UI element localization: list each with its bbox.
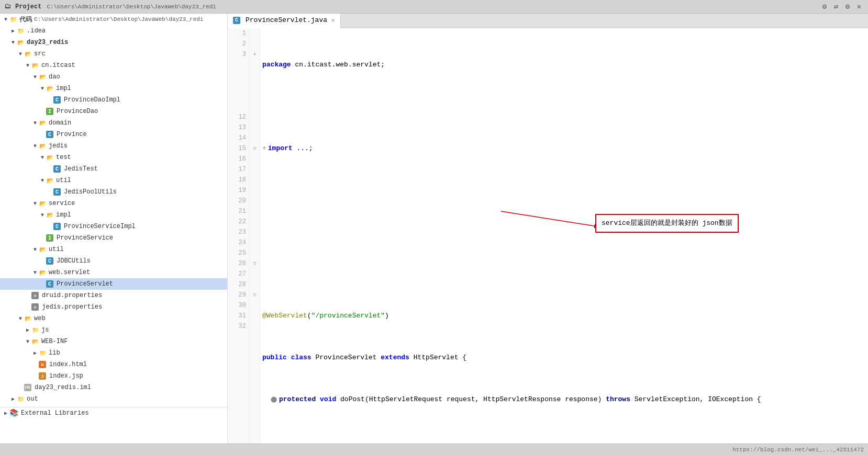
- tree-label: lib: [49, 349, 60, 357]
- tree-item-jdbcUtils[interactable]: ▶ C JDBCUtils: [0, 255, 227, 267]
- main-layout: ▼ 📁 代码 C:\Users\Administrator\Desktop\Ja…: [0, 14, 868, 443]
- top-bar: 🗂 Project C:\Users\Administrator\Desktop…: [0, 0, 868, 14]
- tree-label: domain: [49, 119, 71, 127]
- tree-item-util[interactable]: ▼ 📂 util: [0, 175, 227, 186]
- folder-icon: 📂: [39, 73, 47, 81]
- close-icon[interactable]: ✕: [854, 2, 864, 12]
- tab-label: ProvinceServlet.java: [246, 16, 327, 24]
- tree-item-provinceDaoImpl[interactable]: ▶ C ProvinceDaoImpl: [0, 94, 227, 106]
- tree-item-web[interactable]: ▼ 📂 web: [0, 313, 227, 324]
- project-icon: 🗂: [4, 3, 11, 10]
- toolbar-icons: ⚙ ⇄ ⚙ ✕: [820, 2, 864, 12]
- folder-icon: 📂: [39, 268, 47, 277]
- java-class-icon: C: [46, 257, 53, 265]
- tree-label: ProvinceServlet: [57, 280, 113, 288]
- tree-item-root[interactable]: ▼ 📁 代码 C:\Users\Administrator\Desktop\Ja…: [0, 14, 227, 25]
- tree-item-webServlet[interactable]: ▼ 📂 web.servlet: [0, 267, 227, 278]
- code-line-15: ⬤ protected void doPost(HttpServletReque…: [262, 394, 868, 405]
- code-editor[interactable]: 1 2 3 12 13 14 15 16 17 18 19 20 21 22 2…: [228, 28, 868, 443]
- tree-label: JedisPoolUtils: [64, 188, 117, 196]
- tree-label: External Libraries: [21, 410, 89, 417]
- tree-label: ProvinceServiceImpl: [64, 223, 136, 230]
- folder-icon: 📁: [31, 326, 40, 334]
- tree-item-druid[interactable]: ▶ ⚙ druid.properties: [0, 290, 227, 301]
- tree-item-jedis[interactable]: ▼ 📂 jedis: [0, 140, 227, 152]
- tree-label: service: [49, 200, 75, 207]
- java-class-icon: C: [233, 17, 240, 24]
- tree-label: WEB-INF: [41, 338, 68, 345]
- tree-item-index-jsp[interactable]: ▶ J index.jsp: [0, 370, 227, 382]
- tree-item-dao[interactable]: ▼ 📂 dao: [0, 71, 227, 83]
- tree-item-iml[interactable]: ▶ IML day23_redis.iml: [0, 382, 227, 393]
- code-gutter: + ▽ ▽ ▽: [250, 28, 260, 443]
- code-line-14: public class ProvinceServlet extends Htt…: [262, 352, 868, 363]
- tree-item-dao-impl[interactable]: ▼ 📂 impl: [0, 83, 227, 94]
- tree-item-service-impl[interactable]: ▼ 📂 impl: [0, 209, 227, 221]
- tree-label: druid.properties: [42, 292, 102, 299]
- tree-item-day23[interactable]: ▼ 📂 day23_redis: [0, 37, 227, 48]
- tree-item-out[interactable]: ▶ 📁 out: [0, 393, 227, 405]
- java-interface-icon: I: [46, 108, 53, 115]
- settings-icon[interactable]: ⚙: [820, 2, 829, 12]
- folder-icon: 📂: [46, 153, 54, 162]
- tree-item-test[interactable]: ▼ 📂 test: [0, 152, 227, 163]
- tree-item-util2[interactable]: ▼ 📂 util: [0, 244, 227, 255]
- properties-icon: ⚙: [31, 303, 39, 311]
- annotation-box: service层返回的就是封装好的 json数据: [595, 214, 739, 233]
- tree-item-lib[interactable]: ▶ 📁 lib: [0, 347, 227, 359]
- tree-item-domain[interactable]: ▼ 📂 domain: [0, 117, 227, 129]
- folder-icon: 📂: [24, 314, 32, 323]
- tree-item-idea[interactable]: ▶ 📁 .idea: [0, 25, 227, 37]
- tree-label: cn.itcast: [41, 62, 75, 69]
- java-class-icon: C: [53, 96, 61, 104]
- tree-item-jedisPoolUtils[interactable]: ▶ C JedisPoolUtils: [0, 186, 227, 198]
- folder-icon: 📂: [46, 211, 54, 219]
- code-line-1: package cn.itcast.web.servlet;: [262, 60, 868, 70]
- tree-item-cn[interactable]: ▼ 📂 cn.itcast: [0, 60, 227, 71]
- tree-item-provinceDao[interactable]: ▶ I ProvinceDao: [0, 106, 227, 117]
- folder-icon: 📂: [39, 199, 47, 208]
- iml-icon: IML: [24, 384, 31, 391]
- tree-item-jedis-props[interactable]: ▶ ⚙ jedis.properties: [0, 301, 227, 313]
- libs-icon: 📚: [9, 409, 18, 417]
- tab-close-button[interactable]: ✕: [331, 17, 335, 24]
- tree-item-provinceService[interactable]: ▶ I ProvinceService: [0, 232, 227, 244]
- tab-bar: C ProvinceServlet.java ✕: [228, 14, 868, 28]
- folder-icon: 📂: [46, 176, 54, 185]
- sync-icon[interactable]: ⇄: [831, 2, 841, 12]
- tree-item-extlibs[interactable]: ▶ 📚 External Libraries: [0, 407, 227, 418]
- tree-item-js[interactable]: ▶ 📁 js: [0, 324, 227, 336]
- code-line-12: [262, 269, 868, 279]
- java-class-icon: C: [46, 280, 53, 288]
- tree-label: web.servlet: [49, 269, 90, 276]
- folder-icon: 📂: [31, 337, 40, 346]
- tree-item-jedisTest[interactable]: ▶ C JedisTest: [0, 163, 227, 175]
- project-title: Project: [15, 3, 41, 10]
- tree-label: index.jsp: [49, 372, 83, 380]
- tree-item-provinceServlet[interactable]: ▶ C ProvinceServlet: [0, 278, 227, 290]
- tree-item-index-html[interactable]: ▶ H index.html: [0, 359, 227, 370]
- sidebar: ▼ 📁 代码 C:\Users\Administrator\Desktop\Ja…: [0, 14, 228, 443]
- line-numbers: 1 2 3 12 13 14 15 16 17 18 19 20 21 22 2…: [228, 28, 250, 443]
- tree-item-service[interactable]: ▼ 📂 service: [0, 198, 227, 209]
- code-line-13: @WebServlet("/provinceServlet"): [262, 311, 868, 321]
- config-icon[interactable]: ⚙: [843, 2, 852, 12]
- tree-item-provinceServiceImpl[interactable]: ▶ C ProvinceServiceImpl: [0, 221, 227, 232]
- tree-label: day23_redis.iml: [35, 384, 91, 391]
- tree-label: src: [34, 50, 46, 58]
- tree-item-province[interactable]: ▶ C Province: [0, 129, 227, 140]
- folder-icon: 📂: [24, 50, 32, 58]
- tree-item-src[interactable]: ▼ 📂 src: [0, 48, 227, 60]
- folder-icon: 📂: [39, 119, 47, 127]
- status-bar: https://blog.csdn.net/wei_..._42511472: [0, 443, 868, 455]
- properties-icon: ⚙: [31, 292, 39, 299]
- tree-item-webinf[interactable]: ▼ 📂 WEB-INF: [0, 336, 227, 347]
- tab-provinceServlet[interactable]: C ProvinceServlet.java ✕: [228, 14, 341, 28]
- tree-label: jedis: [49, 142, 68, 150]
- tree-label: web: [34, 315, 46, 322]
- tree-label: util: [49, 246, 64, 253]
- folder-icon: 📁: [17, 395, 25, 403]
- tree-label: js: [41, 326, 49, 334]
- tree-label: out: [27, 395, 38, 403]
- path-label: C:\Users\Administrator\Desktop\JavaWeb\d…: [47, 4, 216, 10]
